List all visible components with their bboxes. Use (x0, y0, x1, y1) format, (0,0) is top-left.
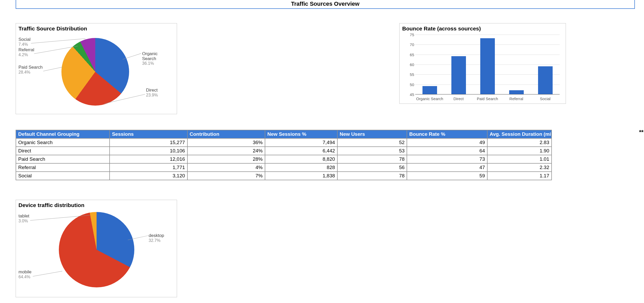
bar (538, 66, 553, 94)
bar-ytick: 50 (407, 82, 414, 87)
table-cell: 1,771 (110, 163, 187, 172)
table-cell: 7% (187, 172, 265, 180)
table-header-cell: Contribution (187, 130, 265, 138)
pie-slice-label: Organic Search36.1% (142, 51, 172, 66)
table-cell: Social (16, 172, 110, 180)
table-header-cell: New Sessions % (265, 130, 337, 138)
bar (480, 38, 495, 94)
table-cell: Direct (16, 147, 110, 155)
table-cell: 73 (407, 155, 487, 163)
channel-table: Default Channel GroupingSessionsContribu… (16, 130, 552, 180)
bar-xcat: Paid Search (477, 96, 498, 101)
bar-xcat: Referral (509, 96, 523, 101)
page-title-text: Traffic Sources Overview (291, 1, 359, 7)
table-cell: 52 (337, 138, 407, 147)
bar (451, 56, 466, 94)
pie2-disc (59, 212, 134, 287)
table-cell: 3,120 (110, 172, 187, 180)
table-header-cell: New Users (337, 130, 407, 138)
table-cell: 10,106 (110, 147, 187, 155)
bar (509, 90, 524, 94)
table-row: Paid Search12,01628%8,82078731.01 (16, 155, 552, 163)
table-cell: 6,442 (265, 147, 337, 155)
table-cell: 4% (187, 163, 265, 172)
table-cell: 56 (337, 163, 407, 172)
table-cell: 8,820 (265, 155, 337, 163)
pie-slice-label: mobile64.4% (18, 270, 31, 279)
table-header-cell: Avg. Session Duration (mins) (487, 130, 552, 138)
bounce-rate-bar-card: Bounce Rate (across sources) 45505560657… (399, 23, 566, 104)
pie-slice-label: Direct23.9% (146, 88, 158, 97)
table-cell: 12,016 (110, 155, 187, 163)
table-cell: 15,277 (110, 138, 187, 147)
table-cell: 53 (337, 147, 407, 155)
table-cell: 24% (187, 147, 265, 155)
table-header-cell: Default Channel Grouping (16, 130, 110, 138)
pie2-title: Device traffic distribution (18, 202, 174, 208)
bar-ytick: 60 (407, 62, 414, 67)
table-cell: Referral (16, 163, 110, 172)
table-cell: 1,838 (265, 172, 337, 180)
table-header-cell: Bounce Rate % (407, 130, 487, 138)
table-cell: 2.32 (487, 163, 552, 172)
bar-ytick: 55 (407, 72, 414, 77)
bar-ytick: 65 (407, 52, 414, 57)
pie-slice-label: desktop32.7% (149, 233, 164, 243)
bar (422, 86, 437, 94)
table-cell: 78 (337, 172, 407, 180)
table-cell: 59 (407, 172, 487, 180)
bar-title: Bounce Rate (across sources) (402, 25, 563, 32)
pie1-chart: Organic Search36.1%Direct23.9%Paid Searc… (18, 33, 172, 111)
table-cell: 7,494 (265, 138, 337, 147)
bar-xcat: Organic Search (416, 96, 443, 101)
bar-xcat: Social (540, 96, 551, 101)
pie2-chart: desktop32.7%mobile64.4%tablet3.0% (18, 210, 172, 294)
table-row: Referral1,7714%82856472.32 (16, 163, 552, 172)
pie-slice-label: tablet3.0% (18, 214, 29, 223)
table-cell: 47 (407, 163, 487, 172)
table-cell: 78 (337, 155, 407, 163)
table-cell: 28% (187, 155, 265, 163)
device-pie-card: Device traffic distribution desktop32.7%… (16, 200, 177, 297)
table-cell: 1.01 (487, 155, 552, 163)
pie-slice-label: Paid Search28.4% (18, 65, 43, 74)
side-marker: ** (639, 129, 643, 136)
pie1-title: Traffic Source Distribution (18, 25, 174, 32)
table-row: Social3,1207%1,83878591.17 (16, 172, 552, 180)
table-cell: 36% (187, 138, 265, 147)
table-cell: 1.17 (487, 172, 552, 180)
table-header-cell: Sessions (110, 130, 187, 138)
table-row: Organic Search15,27736%7,49452492.83 (16, 138, 552, 147)
bar-ytick: 70 (407, 42, 414, 47)
table-header-row: Default Channel GroupingSessionsContribu… (16, 130, 552, 138)
table-cell: Organic Search (16, 138, 110, 147)
table-cell: 828 (265, 163, 337, 172)
bar-plot-area (415, 35, 560, 94)
table-cell: 64 (407, 147, 487, 155)
traffic-source-pie-card: Traffic Source Distribution Organic Sear… (16, 23, 177, 114)
table-cell: 2.83 (487, 138, 552, 147)
bar-chart: 45505560657075 Organic SearchDirectPaid … (402, 33, 561, 101)
page-title: Traffic Sources Overview (16, 0, 635, 9)
pie1-disc (61, 38, 129, 106)
bar-ytick: 45 (407, 92, 414, 97)
pie-slice-label: Referral4.2% (18, 48, 34, 57)
pie-slice-label: Social7.4% (18, 37, 30, 47)
table-cell: 49 (407, 138, 487, 147)
bar-ytick: 75 (407, 33, 414, 37)
table-row: Direct10,10624%6,44253641.90 (16, 147, 552, 155)
bar-xcat: Direct (453, 96, 464, 101)
table-cell: 1.90 (487, 147, 552, 155)
table-cell: Paid Search (16, 155, 110, 163)
